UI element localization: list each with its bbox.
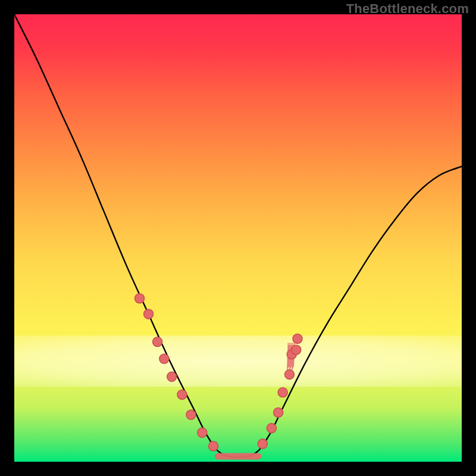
data-point xyxy=(135,294,145,303)
data-point xyxy=(258,439,267,449)
chart-svg xyxy=(14,14,462,462)
data-point xyxy=(209,441,218,451)
sample-dots xyxy=(135,294,302,451)
data-point xyxy=(293,334,302,343)
data-point xyxy=(186,410,196,419)
data-point xyxy=(278,387,287,397)
data-point xyxy=(167,372,177,381)
data-point xyxy=(144,309,154,319)
watermark-text: TheBottleneck.com xyxy=(346,1,469,17)
data-point xyxy=(274,408,283,417)
bottleneck-curve xyxy=(14,14,462,457)
data-point xyxy=(267,424,276,433)
chart-frame: TheBottleneck.com xyxy=(0,0,476,476)
plot-area xyxy=(14,14,462,462)
data-point xyxy=(198,428,207,437)
data-point xyxy=(284,369,294,379)
data-point xyxy=(177,390,187,399)
data-point xyxy=(292,345,301,355)
data-point xyxy=(153,337,162,346)
data-point xyxy=(159,354,169,364)
